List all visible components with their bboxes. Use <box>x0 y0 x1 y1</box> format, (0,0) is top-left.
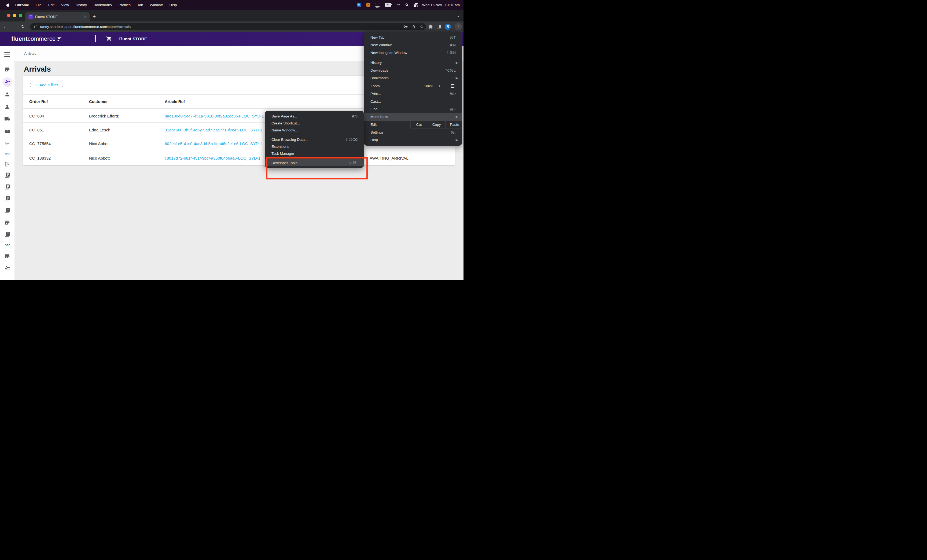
search-icon[interactable] <box>405 3 409 7</box>
side-panel-icon[interactable] <box>437 25 441 29</box>
menu-item-downloads[interactable]: Downloads⌥⌘L <box>364 67 462 74</box>
control-center-icon[interactable] <box>413 3 418 7</box>
sidebar-item-badge-alert-icon[interactable] <box>0 127 14 136</box>
wifi-icon[interactable] <box>396 3 400 7</box>
macos-menu-chrome[interactable]: Chrome <box>15 3 29 7</box>
order-ref-cell: CC_604 <box>29 114 44 118</box>
menu-item-print[interactable]: Print...⌘P <box>364 90 462 98</box>
tab-close-icon[interactable]: ✕ <box>84 15 87 18</box>
macos-menu-history[interactable]: History <box>76 3 87 7</box>
menu-item-name-window[interactable]: Name Window... <box>265 127 364 134</box>
sidebar-item-trending-check-icon[interactable] <box>0 139 14 149</box>
sidebar-item-text[interactable]: bar <box>0 243 14 247</box>
sidebar-item-exit-icon[interactable] <box>0 159 14 169</box>
menu-item-new-incognito-window[interactable]: New Incognito Window⇧⌘N <box>364 49 462 56</box>
sidebar-item-plane-arrival-icon[interactable] <box>0 263 14 273</box>
store-name: Fluent STORE <box>119 32 147 46</box>
macos-menu-window[interactable]: Window <box>150 3 163 7</box>
sidebar-item-library-icon[interactable] <box>0 170 14 180</box>
menu-item-help[interactable]: Help▶ <box>364 136 462 144</box>
sidebar-item-store-icon[interactable] <box>0 65 14 74</box>
url-text[interactable]: randy.sandbox.apps.fluentcommerce.com/st… <box>40 25 131 29</box>
menu-item-settings[interactable]: Settings⌘, <box>364 129 462 136</box>
fullscreen-icon[interactable] <box>451 84 454 88</box>
menu-item-label: Extensions <box>272 144 289 149</box>
sidebar-item-person-icon[interactable] <box>0 102 14 112</box>
article-ref-link[interactable]: 31abc660-3b3f-4d62-9ad7-cac7718f2c45-LOC… <box>165 127 262 132</box>
menu-item-edit[interactable]: EditCutCopyPaste <box>364 121 462 129</box>
macos-menu-view[interactable]: View <box>61 3 69 7</box>
close-window-button[interactable] <box>7 14 11 17</box>
menu-item-new-tab[interactable]: New Tab⌘T <box>364 33 462 41</box>
menu-item-save-page-as[interactable]: Save Page As...⌘S <box>265 113 364 120</box>
sidebar-item-store-icon[interactable] <box>0 218 14 228</box>
sidebar-item-library-icon[interactable] <box>0 206 14 216</box>
menu-item-cast[interactable]: Cast... <box>364 98 462 105</box>
menu-item-task-manager[interactable]: Task Manager <box>265 150 364 157</box>
zoom-in-button[interactable]: + <box>438 84 441 88</box>
add-filter-button[interactable]: + Add a filter <box>30 81 63 89</box>
macos-menu-file[interactable]: File <box>36 3 42 7</box>
menu-item-create-shortcut[interactable]: Create Shortcut... <box>265 120 364 127</box>
zoom-out-button[interactable]: − <box>416 84 419 88</box>
menu-item-extensions[interactable]: Extensions <box>265 143 364 150</box>
app-icon-orange[interactable] <box>366 3 371 7</box>
clock-time: 10:01 am <box>445 3 460 7</box>
macos-menu-bookmarks[interactable]: Bookmarks <box>94 3 112 7</box>
maximize-window-button[interactable] <box>19 14 22 17</box>
profile-avatar[interactable]: R <box>445 24 451 30</box>
sidebar-item-person-icon[interactable] <box>0 90 14 99</box>
article-ref-link[interactable]: 8ad130e0-9c47-451a-9818-00f2a32dc354-LOC… <box>165 114 264 118</box>
extensions-puzzle-icon[interactable] <box>429 24 433 29</box>
macos-menu-profiles[interactable]: Profiles <box>119 3 131 7</box>
sidebar-item-library-icon[interactable] <box>0 182 14 192</box>
edit-cut-button[interactable]: Cut <box>416 123 422 127</box>
article-ref-link[interactable]: 602ec1e5-41c0-4ac3-bb5b-ffea46c2e1e6-LOC… <box>165 141 262 146</box>
sidebar-item-plane-arrival-icon[interactable] <box>0 77 14 87</box>
forward-button[interactable]: → <box>12 21 17 32</box>
reload-button[interactable]: ↻ <box>21 21 25 32</box>
menu-item-clear-browsing-data[interactable]: Clear Browsing Data...⇧⌘⌫ <box>265 136 364 143</box>
share-icon[interactable] <box>412 24 416 29</box>
address-bar[interactable]: randy.sandbox.apps.fluentcommerce.com/st… <box>30 23 426 30</box>
star-icon[interactable]: ☆ <box>420 24 424 29</box>
customer-cell: Nico Abbott <box>89 141 110 146</box>
app-icon-blue[interactable] <box>357 3 361 7</box>
battery-charging-icon[interactable] <box>384 3 391 7</box>
minimize-window-button[interactable] <box>13 14 16 17</box>
menu-bar-clock[interactable]: Wed 16 Nov 10:01 am <box>422 3 460 7</box>
menu-shortcut: ⌘N <box>449 43 456 47</box>
sidebar-item-text[interactable]: bar <box>0 152 14 156</box>
column-header[interactable]: Customer <box>89 99 108 104</box>
sidebar-item-library-icon[interactable] <box>0 229 14 239</box>
lock-icon[interactable] <box>34 26 37 28</box>
menu-item-zoom[interactable]: Zoom−100%+ <box>364 82 462 90</box>
key-icon[interactable] <box>403 24 408 29</box>
menu-item-history[interactable]: History▶ <box>364 59 462 67</box>
sidebar-item-truck-icon[interactable] <box>0 114 14 124</box>
fluentcommerce-logo[interactable]: fluentcommerce <box>11 35 61 42</box>
back-button[interactable]: ← <box>3 21 8 32</box>
macos-menu-edit[interactable]: Edit <box>48 3 55 7</box>
menu-item-find[interactable]: Find...⌘F <box>364 105 462 113</box>
browser-menu-button[interactable]: ⋮ <box>454 23 462 30</box>
macos-menu-help[interactable]: Help <box>169 3 177 7</box>
sidebar-item-library-icon[interactable] <box>0 194 14 203</box>
browser-tab[interactable]: Fluent STORE ✕ <box>25 12 90 21</box>
menu-item-bookmarks[interactable]: Bookmarks▶ <box>364 74 462 82</box>
macos-menu-tab[interactable]: Tab <box>137 3 143 7</box>
article-ref-link[interactable]: c8017d72-681f-451f-9bcf-a360f84b6aa6-LOC… <box>165 156 260 160</box>
tab-search-chevron-icon[interactable]: ⌄ <box>456 14 460 18</box>
column-header[interactable]: Order Ref <box>29 99 48 104</box>
hamburger-menu-icon[interactable] <box>4 52 10 56</box>
menu-item-more-tools[interactable]: More Tools▶ <box>364 113 462 121</box>
menu-item-new-window[interactable]: New Window⌘N <box>364 41 462 49</box>
display-icon[interactable] <box>375 3 380 7</box>
menu-item-label: New Tab <box>371 35 384 39</box>
apple-icon[interactable] <box>6 3 10 7</box>
new-tab-button[interactable]: + <box>93 14 96 19</box>
column-header[interactable]: Article Ref <box>165 99 185 104</box>
edit-copy-button[interactable]: Copy <box>432 123 441 127</box>
sidebar-item-store-icon[interactable] <box>0 251 14 261</box>
edit-paste-button[interactable]: Paste <box>450 123 459 127</box>
